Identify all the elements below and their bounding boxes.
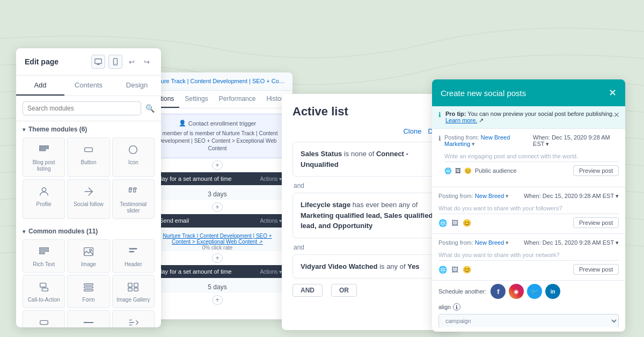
chevron-icon: ▾ xyxy=(23,127,25,133)
tab-contents[interactable]: Contents xyxy=(64,76,113,96)
email-action: ✉ Send email Actions ▾ Nurture Track | C… xyxy=(148,214,287,252)
tab-design[interactable]: Design xyxy=(113,76,161,96)
clone-btn[interactable]: Clone xyxy=(403,127,421,135)
search-input[interactable] xyxy=(23,101,141,115)
posting-from-link-1[interactable]: New Breed Marketing xyxy=(444,134,510,147)
when-date-1: Dec 15, 2020 9:28 AM EST xyxy=(533,134,610,147)
clone-delete-row: Clone Delete xyxy=(292,127,448,135)
instagram-icon[interactable]: ◉ xyxy=(509,284,524,299)
module-header[interactable]: Header xyxy=(112,239,155,273)
post-input-area-2: What do you want to share with your foll… xyxy=(438,202,619,214)
social-panel-header: Create new social posts ✕ xyxy=(432,79,625,106)
and-button[interactable]: AND xyxy=(292,284,323,297)
svg-point-14 xyxy=(90,249,92,251)
post-icon-row-3: 🌐 🖼 😊 xyxy=(438,266,471,274)
desktop-icon-btn[interactable] xyxy=(91,55,105,69)
condition-card-2: Lifecycle stage has ever been any of Mar… xyxy=(292,193,448,238)
tab-add[interactable]: Add xyxy=(16,76,64,96)
testimonial-slider-module-icon xyxy=(126,184,141,199)
delay-actions-btn-2[interactable]: Actions ▾ xyxy=(260,269,282,275)
and-separator-2: and xyxy=(292,244,448,251)
email-link[interactable]: Nurture Track | Content Development | SE… xyxy=(153,233,282,245)
module-label: Social follow xyxy=(74,201,104,208)
align-info-icon[interactable]: ℹ xyxy=(453,303,460,311)
module-button[interactable]: Button xyxy=(67,137,109,177)
facebook-icon[interactable]: f xyxy=(491,284,506,299)
common-modules-header: ▾ Common modules (11) xyxy=(16,223,161,237)
social-panel-close-btn[interactable]: ✕ xyxy=(609,87,617,99)
schedule-another-label: Schedule another: xyxy=(438,288,486,295)
linkedin-icon[interactable]: in xyxy=(545,284,560,299)
module-rich-text[interactable]: Rich Text xyxy=(23,239,65,273)
workflow-body: 👤 Contact enrollment trigger is member o… xyxy=(142,108,292,312)
rich-text-module-icon xyxy=(36,244,52,259)
post-input-area-1: Write an engaging post and connect with … xyxy=(444,150,619,162)
when-label-2: When: Dec 15, 2020 9:28 AM EST ▾ xyxy=(524,193,619,200)
svg-rect-5 xyxy=(39,148,48,149)
globe-icon-1: 🌐 xyxy=(444,167,452,174)
module-image[interactable]: Image xyxy=(67,239,109,273)
module-divider[interactable]: Divider xyxy=(67,310,109,327)
add-step-btn-2[interactable]: + xyxy=(212,202,223,212)
preview-post-btn-2[interactable]: Preview post xyxy=(573,217,619,228)
image-icon-3: 🖼 xyxy=(451,266,458,274)
campaign-section: campaign xyxy=(432,313,625,327)
add-step-btn-3[interactable]: + xyxy=(212,253,223,263)
edit-page-icons: ↩ ↪ xyxy=(91,55,152,69)
workflow-breadcrumb: Nurture Track | Content Development | SE… xyxy=(142,72,292,91)
workflow-tab-settings[interactable]: Settings xyxy=(179,91,213,108)
learn-more-link[interactable]: Learn more. xyxy=(445,117,477,123)
twitter-icon[interactable]: 🐦 xyxy=(527,284,542,299)
posting-from-label-2: Posting from: New Breed ▾ xyxy=(438,193,509,200)
edit-page-title: Edit page xyxy=(25,57,58,66)
when-dropdown-2[interactable]: ▾ xyxy=(616,193,619,199)
mobile-icon-btn[interactable] xyxy=(108,55,122,69)
workflow-tab-performance[interactable]: Performance xyxy=(214,91,261,108)
module-follow-me-lp[interactable]: Follow Me - LP xyxy=(112,310,155,327)
module-cta[interactable]: Call-to-Action xyxy=(23,275,65,308)
module-blog-post-listing[interactable]: Blog post listing xyxy=(23,137,65,177)
platform-icons: f ◉ 🐦 in xyxy=(491,284,560,299)
theme-modules-header: ▾ Theme modules (6) xyxy=(16,121,161,135)
module-button-2[interactable]: Button xyxy=(23,310,65,327)
svg-rect-4 xyxy=(39,146,48,147)
dropdown-arrow-3[interactable]: ▾ xyxy=(506,239,509,246)
delay-actions-btn-1[interactable]: Actions ▾ xyxy=(260,176,282,182)
undo-btn[interactable]: ↩ xyxy=(126,56,137,68)
module-label: Image Gallery xyxy=(116,297,150,303)
trigger-box: 👤 Contact enrollment trigger is member o… xyxy=(148,114,287,158)
module-label: Call-to-Action xyxy=(28,297,60,303)
pro-tip-close-btn[interactable]: ✕ xyxy=(613,111,620,119)
module-icon[interactable]: Icon xyxy=(112,137,155,177)
image-icon-2: 🖼 xyxy=(451,219,458,227)
posting-from-link-3[interactable]: New Breed xyxy=(475,239,504,246)
module-profile[interactable]: Profile xyxy=(23,179,65,219)
breadcrumb-link[interactable]: Nurture Track | Content Development | SE… xyxy=(150,78,292,84)
search-icon[interactable]: 🔍 xyxy=(145,104,155,113)
module-social-follow[interactable]: Social follow xyxy=(67,179,109,219)
campaign-dropdown[interactable]: campaign xyxy=(438,314,619,327)
add-step-btn-4[interactable]: + xyxy=(212,295,223,305)
when-dropdown-3[interactable]: ▾ xyxy=(616,239,619,246)
post-2-header: Posting from: New Breed ▾ When: Dec 15, … xyxy=(438,193,619,200)
module-form[interactable]: Form xyxy=(67,275,109,308)
image-icon-1: 🖼 xyxy=(455,167,461,174)
module-label: Image xyxy=(81,261,96,268)
dropdown-arrow-1[interactable]: ▾ xyxy=(472,141,475,147)
preview-post-btn-1[interactable]: Preview post xyxy=(573,165,619,176)
preview-post-btn-3[interactable]: Preview post xyxy=(573,264,619,275)
module-testimonial-slider[interactable]: Testimonial slider xyxy=(112,179,155,219)
when-dropdown-1[interactable]: ▾ xyxy=(546,141,549,147)
audience-label-1[interactable]: Public audience xyxy=(475,167,517,174)
svg-rect-19 xyxy=(84,290,93,291)
add-step-btn-1[interactable]: + xyxy=(212,160,223,170)
common-modules-grid: Rich Text Image Header Call-to-Action xyxy=(16,237,161,327)
or-button[interactable]: OR xyxy=(331,284,357,297)
module-image-gallery[interactable]: Image Gallery xyxy=(112,275,155,308)
social-panel-title: Create new social posts xyxy=(441,89,526,98)
dropdown-arrow-2[interactable]: ▾ xyxy=(506,193,509,199)
delay-header-1: Delay for a set amount of time Actions ▾ xyxy=(148,172,287,185)
email-actions-btn[interactable]: Actions ▾ xyxy=(260,218,282,224)
redo-btn[interactable]: ↪ xyxy=(141,56,152,68)
posting-from-link-2[interactable]: New Breed xyxy=(475,193,504,199)
